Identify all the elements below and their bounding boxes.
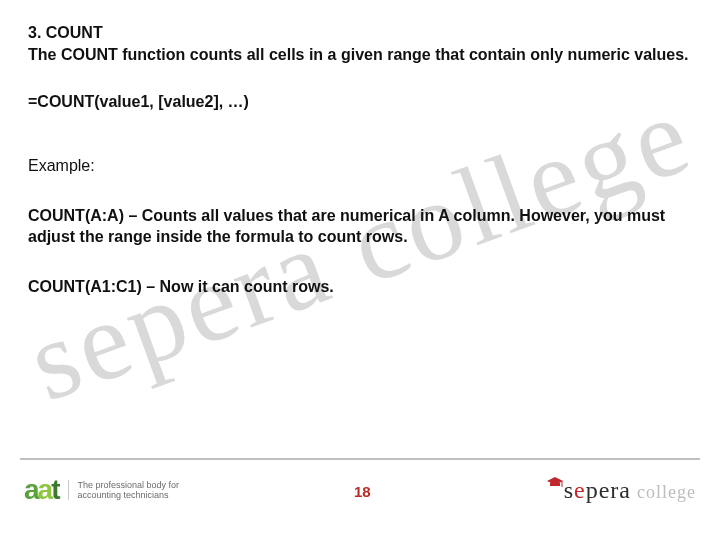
footer-row: aat The professional body for accounting… xyxy=(0,460,720,506)
graduation-cap-icon xyxy=(546,476,564,490)
intro-text: The COUNT function counts all cells in a… xyxy=(28,44,692,66)
aat-logo: aat xyxy=(24,474,58,506)
aat-tagline-line2: accounting technicians xyxy=(77,490,179,500)
heading-count: 3. COUNT xyxy=(28,22,692,44)
sepera-s: s xyxy=(564,477,574,503)
intro-block: 3. COUNT The COUNT function counts all c… xyxy=(28,22,692,65)
syntax-text: =COUNT(value1, [value2], …) xyxy=(28,91,692,113)
slide-content: 3. COUNT The COUNT function counts all c… xyxy=(0,0,720,298)
example2-text: COUNT(A1:C1) – Now it can count rows. xyxy=(28,276,692,298)
page-number: 18 xyxy=(354,481,371,500)
sepera-e1: e xyxy=(574,477,586,503)
example1-text: COUNT(A:A) – Counts all values that are … xyxy=(28,205,692,248)
aat-tagline-line1: The professional body for xyxy=(77,480,179,490)
footer: aat The professional body for accounting… xyxy=(0,458,720,540)
aat-letter-a2: a xyxy=(38,474,52,506)
slide: sepera college 3. COUNT The COUNT functi… xyxy=(0,0,720,540)
aat-logo-block: aat The professional body for accounting… xyxy=(24,474,179,506)
svg-rect-1 xyxy=(550,483,560,486)
sepera-logo-block: sepera college xyxy=(546,477,696,504)
aat-letter-a1: a xyxy=(24,474,38,506)
sepera-a: a xyxy=(619,477,631,503)
example-label: Example: xyxy=(28,157,692,175)
example2-rest: Now it can count rows. xyxy=(160,278,334,295)
sepera-wordmark: sepera xyxy=(564,477,631,504)
sepera-p: p xyxy=(586,477,599,503)
example2-block: COUNT(A1:C1) – Now it can count rows. xyxy=(28,276,692,298)
example2-prefix: COUNT(A1:C1) – xyxy=(28,278,160,295)
example1-prefix: COUNT(A:A) – xyxy=(28,207,142,224)
sepera-r: r xyxy=(610,477,619,503)
aat-tagline: The professional body for accounting tec… xyxy=(68,480,179,501)
aat-letter-t: t xyxy=(51,474,58,506)
sepera-e2: e xyxy=(599,477,611,503)
syntax-block: =COUNT(value1, [value2], …) xyxy=(28,91,692,113)
sepera-college-word: college xyxy=(637,482,696,503)
example1-block: COUNT(A:A) – Counts all values that are … xyxy=(28,205,692,248)
